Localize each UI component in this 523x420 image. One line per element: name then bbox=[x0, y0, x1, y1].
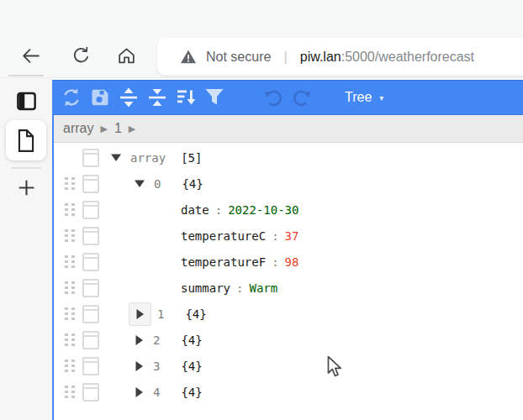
tree-row: date : 2022-10-30 bbox=[54, 197, 523, 223]
collapse-all-icon bbox=[146, 87, 168, 108]
home-icon bbox=[116, 45, 137, 66]
breadcrumb-item[interactable]: 1 bbox=[114, 121, 122, 136]
expand-triangle-icon bbox=[135, 308, 145, 320]
sidebar-divider bbox=[11, 167, 41, 169]
browser-toolbar: Not secure | piw.lan:5000/weatherforecas… bbox=[0, 0, 523, 78]
tree-value[interactable]: 2022-10-30 bbox=[228, 203, 298, 217]
mode-label: Tree bbox=[345, 90, 372, 105]
new-tab-button[interactable] bbox=[16, 177, 37, 202]
mouse-cursor bbox=[326, 355, 343, 379]
tree-row: summary : Warm bbox=[54, 275, 523, 301]
chevron-down-icon: ▾ bbox=[379, 93, 383, 102]
address-divider: | bbox=[283, 49, 287, 66]
breadcrumb-separator-icon: ▶ bbox=[129, 123, 135, 134]
tree-row: array [5] bbox=[54, 144, 523, 171]
filter-button[interactable] bbox=[203, 87, 225, 108]
drag-handle-icon[interactable] bbox=[65, 281, 74, 294]
expand-triangle-icon[interactable] bbox=[134, 386, 145, 398]
reload-button[interactable] bbox=[69, 44, 92, 67]
drag-handle-icon[interactable] bbox=[65, 229, 74, 242]
key-value-separator: : bbox=[236, 281, 243, 295]
vertical-tabs-sidebar bbox=[0, 78, 52, 420]
tab-actions-button[interactable] bbox=[15, 90, 38, 116]
mode-dropdown[interactable]: Tree ▾ bbox=[345, 90, 383, 105]
document-icon bbox=[15, 129, 37, 153]
back-button[interactable] bbox=[18, 44, 42, 67]
tree-value: [5] bbox=[181, 151, 202, 165]
collapse-all-button[interactable] bbox=[146, 87, 168, 108]
tree-row: 0 {4} bbox=[54, 171, 523, 197]
context-menu-button[interactable] bbox=[82, 357, 99, 375]
breadcrumb-item[interactable]: array bbox=[63, 121, 93, 136]
tree-value[interactable]: Warm bbox=[249, 281, 277, 295]
sort-icon bbox=[175, 87, 197, 108]
browser-window: Not secure | piw.lan:5000/weatherforecas… bbox=[0, 0, 523, 420]
context-menu-button[interactable] bbox=[82, 149, 99, 167]
drag-handle-icon[interactable] bbox=[65, 255, 74, 268]
breadcrumb: array ▶ 1 ▶ bbox=[54, 115, 523, 143]
filter-icon bbox=[203, 87, 225, 108]
tree-row: 3 {4} bbox=[54, 353, 523, 379]
tree-value[interactable]: 98 bbox=[285, 255, 299, 269]
refresh-icon bbox=[61, 87, 82, 108]
context-menu-button[interactable] bbox=[82, 201, 99, 219]
context-menu-button[interactable] bbox=[82, 227, 99, 245]
context-menu-button[interactable] bbox=[82, 383, 99, 402]
context-menu-button[interactable] bbox=[82, 175, 99, 193]
tree-row: 2 {4} bbox=[54, 327, 523, 353]
context-menu-button[interactable] bbox=[82, 331, 99, 349]
expand-triangle-icon[interactable] bbox=[134, 360, 145, 372]
expand-all-button[interactable] bbox=[118, 87, 140, 108]
tree-key[interactable]: summary bbox=[181, 281, 230, 295]
undo-button[interactable] bbox=[262, 87, 284, 108]
tree-key: 4 bbox=[153, 386, 160, 399]
editor-toolbar: Tree ▾ bbox=[54, 80, 523, 115]
context-menu-button[interactable] bbox=[82, 279, 99, 297]
sort-button[interactable] bbox=[175, 87, 197, 108]
tree-row: 1 {4} bbox=[54, 301, 523, 327]
back-arrow-icon bbox=[20, 45, 41, 66]
drag-handle-icon[interactable] bbox=[65, 333, 74, 346]
tree-value: {4} bbox=[181, 386, 202, 399]
reload-icon bbox=[71, 45, 92, 66]
json-tree: array [5] 0 {4} date : 2022-10-30 bbox=[54, 143, 523, 405]
save-button[interactable] bbox=[89, 87, 111, 108]
tree-key[interactable]: date bbox=[181, 203, 209, 217]
tree-key: 2 bbox=[153, 333, 160, 347]
expand-triangle-icon[interactable] bbox=[134, 334, 145, 346]
drag-handle-icon[interactable] bbox=[65, 177, 74, 190]
key-value-separator: : bbox=[215, 203, 222, 217]
security-label[interactable]: Not secure bbox=[206, 50, 271, 65]
plus-icon bbox=[16, 177, 37, 198]
active-tab[interactable] bbox=[6, 120, 46, 160]
redo-button[interactable] bbox=[291, 87, 313, 108]
tree-value[interactable]: 37 bbox=[285, 229, 299, 243]
address-bar[interactable]: Not secure | piw.lan:5000/weatherforecas… bbox=[157, 38, 523, 76]
collapse-triangle-icon[interactable] bbox=[134, 178, 145, 189]
tree-key: array bbox=[130, 151, 166, 165]
drag-handle-icon[interactable] bbox=[65, 307, 74, 320]
tree-key[interactable]: temperatureF bbox=[181, 255, 266, 269]
drag-handle-icon[interactable] bbox=[65, 203, 74, 216]
redo-icon bbox=[291, 87, 313, 108]
key-value-separator: : bbox=[272, 229, 278, 243]
tree-key[interactable]: temperatureC bbox=[181, 229, 266, 243]
warning-triangle-icon bbox=[180, 50, 197, 65]
tree-key: 1 bbox=[157, 307, 164, 321]
tree-row: temperatureC : 37 bbox=[54, 223, 523, 249]
expand-button-focused[interactable] bbox=[129, 302, 151, 326]
url-host[interactable]: piw.lan bbox=[300, 50, 341, 65]
breadcrumb-separator-icon: ▶ bbox=[100, 123, 107, 134]
tree-value: {4} bbox=[181, 360, 202, 373]
home-button[interactable] bbox=[114, 44, 138, 67]
context-menu-button[interactable] bbox=[82, 305, 99, 323]
tree-value: {4} bbox=[182, 177, 203, 191]
context-menu-button[interactable] bbox=[82, 253, 99, 271]
refresh-button[interactable] bbox=[61, 87, 82, 108]
vertical-tabs-icon bbox=[15, 90, 38, 113]
tree-key: 3 bbox=[153, 360, 160, 373]
collapse-triangle-icon[interactable] bbox=[110, 152, 122, 163]
drag-handle-icon[interactable] bbox=[65, 360, 74, 372]
drag-handle-icon[interactable] bbox=[65, 386, 74, 398]
url-path[interactable]: :5000/weatherforecast bbox=[341, 50, 474, 65]
